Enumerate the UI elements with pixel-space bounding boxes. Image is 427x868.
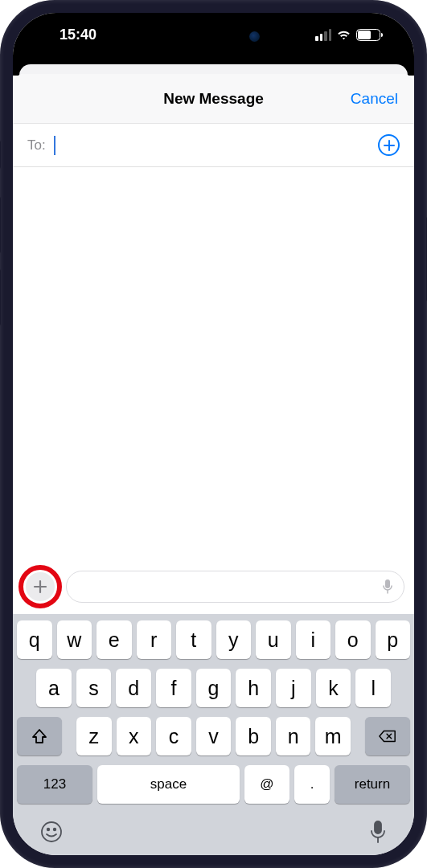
key-a[interactable]: a — [36, 669, 72, 707]
key-k[interactable]: k — [316, 669, 351, 707]
key-p[interactable]: p — [376, 620, 411, 659]
key-h[interactable]: h — [236, 669, 271, 707]
screen: 15:40 61 New Messag — [13, 13, 414, 855]
shift-key[interactable] — [17, 717, 62, 755]
text-cursor — [54, 136, 55, 155]
dot-key[interactable]: . — [294, 765, 330, 804]
key-o[interactable]: o — [335, 620, 371, 659]
keyboard: qwertyuiop asdfghjkl zxcvbnm — [13, 614, 414, 855]
svg-rect-11 — [375, 821, 381, 833]
signal-icon — [315, 29, 331, 41]
add-contact-button[interactable] — [378, 134, 400, 156]
numbers-key[interactable]: 123 — [17, 765, 92, 804]
key-u[interactable]: u — [256, 620, 291, 659]
key-g[interactable]: g — [196, 669, 232, 707]
page-title: New Message — [163, 90, 264, 108]
key-n[interactable]: n — [276, 717, 311, 755]
key-c[interactable]: c — [156, 717, 191, 755]
status-time: 15:40 — [60, 27, 96, 43]
dictation-button[interactable] — [368, 820, 388, 847]
key-q[interactable]: q — [17, 620, 52, 659]
compose-bar — [13, 561, 414, 614]
space-key[interactable]: space — [97, 765, 240, 804]
key-t[interactable]: t — [176, 620, 211, 659]
key-w[interactable]: w — [57, 620, 92, 659]
key-s[interactable]: s — [76, 669, 112, 707]
key-v[interactable]: v — [196, 717, 232, 755]
message-body[interactable] — [13, 167, 414, 561]
key-z[interactable]: z — [76, 717, 112, 755]
key-e[interactable]: e — [96, 620, 132, 659]
key-m[interactable]: m — [315, 717, 351, 755]
key-x[interactable]: x — [117, 717, 152, 755]
message-input[interactable] — [66, 571, 404, 603]
return-key[interactable]: return — [335, 765, 410, 804]
dictate-icon[interactable] — [381, 579, 394, 595]
key-j[interactable]: j — [276, 669, 311, 707]
phone-frame: 15:40 61 New Messag — [0, 0, 427, 868]
wifi-icon — [336, 29, 351, 40]
to-label: To: — [27, 137, 46, 154]
cancel-button[interactable]: Cancel — [351, 90, 398, 108]
nav-bar: New Message Cancel — [13, 74, 414, 124]
emoji-button[interactable] — [39, 820, 64, 847]
status-bar: 15:40 61 — [13, 13, 414, 56]
backspace-key[interactable] — [365, 717, 410, 755]
svg-point-9 — [47, 829, 50, 831]
at-key[interactable]: @ — [244, 765, 289, 804]
svg-point-8 — [42, 822, 61, 841]
key-l[interactable]: l — [355, 669, 391, 707]
svg-rect-4 — [385, 579, 390, 588]
key-b[interactable]: b — [236, 717, 271, 755]
svg-point-10 — [54, 829, 56, 831]
annotation-highlight — [18, 565, 62, 608]
new-message-modal: New Message Cancel To: — [13, 74, 414, 855]
battery-icon: 61 — [356, 29, 380, 41]
key-r[interactable]: r — [137, 620, 172, 659]
key-d[interactable]: d — [116, 669, 151, 707]
key-f[interactable]: f — [156, 669, 191, 707]
to-field-row[interactable]: To: — [13, 124, 414, 167]
dynamic-island — [162, 23, 266, 51]
key-y[interactable]: y — [216, 620, 252, 659]
key-i[interactable]: i — [296, 620, 331, 659]
